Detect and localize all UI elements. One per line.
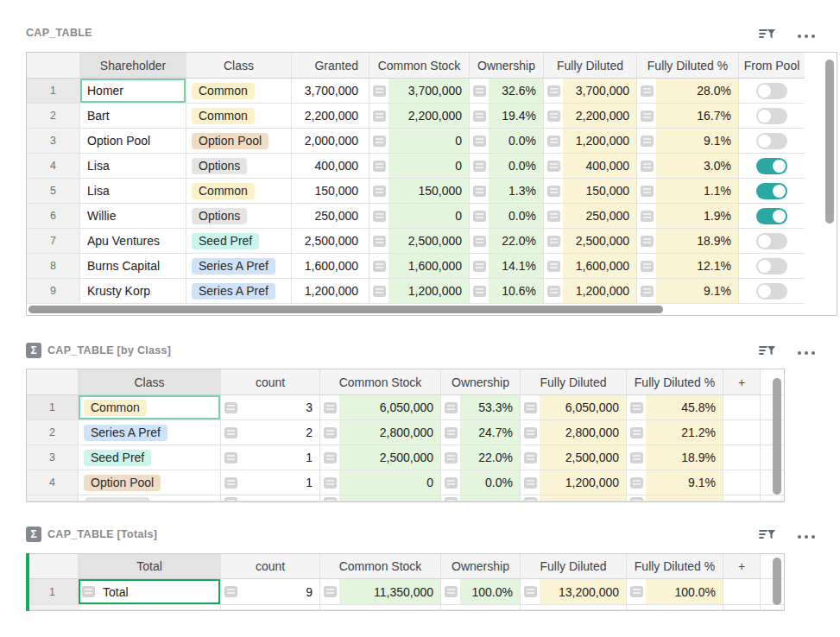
cell-fully-diluted-pct[interactable]: 18.9% — [637, 229, 739, 254]
cell-fully-diluted[interactable]: 2,500,000 — [521, 445, 627, 470]
cell-fully-diluted-pct[interactable]: 28.0% — [637, 79, 739, 104]
cell-common-stock[interactable]: 2,200,000 — [369, 104, 470, 129]
empty-cell[interactable] — [723, 420, 761, 445]
cell-fully-diluted[interactable]: 2,800,000 — [521, 420, 627, 445]
cell-class[interactable]: Option Pool — [186, 129, 292, 154]
cell-class[interactable]: Options — [186, 204, 292, 229]
row-number[interactable]: 2 — [27, 104, 80, 129]
col-header-ownership[interactable]: Ownership — [441, 554, 521, 579]
cell-class[interactable]: Options — [186, 154, 292, 179]
col-header-class[interactable]: Class — [79, 369, 221, 395]
cell-shareholder-selected[interactable]: Homer — [80, 79, 186, 104]
cell-fully-diluted-pct[interactable]: 21.2% — [627, 420, 723, 445]
cell-common-stock[interactable]: 0 — [369, 129, 470, 154]
cell-class[interactable]: Seed Pref — [186, 229, 292, 254]
cell-fully-diluted[interactable]: 1,200,000 — [544, 279, 637, 304]
cell-fully-diluted[interactable]: 2,500,000 — [544, 229, 637, 254]
cell-class[interactable]: Series A Pref — [186, 254, 292, 279]
table1-title[interactable]: CAP_TABLE — [26, 27, 92, 39]
cell-fully-diluted-pct[interactable]: 12.1% — [637, 254, 739, 279]
cell-ownership[interactable]: 22.0% — [441, 445, 521, 470]
col-header-fully-diluted[interactable]: Fully Diluted — [521, 554, 627, 579]
from-pool-toggle-off[interactable] — [756, 283, 787, 300]
col-header-count[interactable]: count — [221, 554, 320, 579]
cell-shareholder[interactable]: Burns Capital — [80, 254, 186, 279]
col-header-ownership[interactable]: Ownership — [470, 53, 544, 79]
row-number[interactable]: 3 — [27, 445, 79, 470]
sort-filter-icon[interactable] — [758, 27, 776, 42]
cell-fully-diluted[interactable]: 250,000 — [544, 204, 637, 229]
col-header-common-stock[interactable]: Common Stock — [320, 369, 441, 395]
col-header-fully-diluted-pct[interactable]: Fully Diluted % — [627, 554, 723, 579]
cell-fully-diluted[interactable]: 2,200,000 — [544, 104, 637, 129]
cell-granted[interactable]: 1,600,000 — [292, 254, 369, 279]
row-number[interactable]: 6 — [27, 204, 80, 229]
cell-common-stock[interactable]: 0 — [320, 470, 441, 495]
from-pool-toggle-off[interactable] — [756, 83, 787, 99]
cell-ownership[interactable]: 1.3% — [470, 179, 544, 204]
cell-class[interactable]: Option Pool — [79, 470, 221, 495]
corner-header[interactable] — [27, 53, 80, 79]
col-header-granted[interactable]: Granted — [292, 53, 369, 79]
cell-fully-diluted[interactable]: 3,700,000 — [544, 79, 637, 104]
cell-common-stock[interactable]: 0 — [369, 154, 470, 179]
cell-ownership[interactable]: 0.0% — [470, 204, 544, 229]
col-header-common-stock[interactable]: Common Stock — [320, 554, 441, 579]
table3-title[interactable]: CAP_TABLE [Totals] — [47, 528, 157, 540]
cell-granted[interactable]: 2,200,000 — [292, 104, 369, 129]
from-pool-toggle-on[interactable] — [756, 183, 787, 199]
row-number[interactable]: 4 — [27, 154, 80, 179]
cell-count[interactable]: 2 — [221, 420, 320, 445]
cell-ownership[interactable]: 19.4% — [470, 104, 544, 129]
table3-menu-ellipsis-icon[interactable] — [798, 535, 815, 539]
cell-shareholder[interactable]: Willie — [80, 204, 186, 229]
vertical-scrollbar-thumb[interactable] — [773, 378, 781, 495]
row-number[interactable]: 7 — [27, 229, 80, 254]
table2-title[interactable]: CAP_TABLE [by Class] — [47, 344, 171, 356]
cell-ownership[interactable]: 14.1% — [470, 254, 544, 279]
cell-count[interactable]: 1 — [221, 470, 320, 495]
corner-header[interactable] — [27, 369, 79, 395]
col-header-shareholder[interactable]: Shareholder — [80, 53, 186, 79]
cell-class-selected[interactable]: Common — [79, 395, 221, 420]
from-pool-toggle-off[interactable] — [756, 233, 787, 249]
cell-shareholder[interactable]: Krusty Korp — [80, 279, 186, 304]
sort-filter-icon[interactable] — [758, 344, 776, 359]
add-column-button[interactable]: + — [723, 554, 761, 579]
cell-fully-diluted[interactable]: 13,200,000 — [521, 579, 627, 605]
row-number[interactable]: 2 — [27, 420, 79, 445]
cell-granted[interactable]: 400,000 — [292, 154, 369, 179]
cell-granted[interactable]: 3,700,000 — [292, 79, 369, 104]
cell-common-stock[interactable]: 1,200,000 — [369, 279, 470, 304]
cell-granted[interactable]: 2,000,000 — [292, 129, 369, 154]
cell-common-stock[interactable]: 2,800,000 — [320, 420, 441, 445]
from-pool-toggle-off[interactable] — [756, 258, 787, 274]
row-number[interactable]: 1 — [27, 579, 79, 605]
empty-cell[interactable] — [723, 579, 761, 605]
col-header-from-pool[interactable]: From Pool — [739, 53, 805, 79]
cell-granted[interactable]: 150,000 — [292, 179, 369, 204]
cell-common-stock[interactable]: 1,600,000 — [369, 254, 470, 279]
cell-total-selected[interactable]: Total — [79, 579, 221, 605]
cell-count[interactable]: 3 — [221, 395, 320, 420]
row-number[interactable]: 8 — [27, 254, 80, 279]
cell-ownership[interactable]: 22.0% — [470, 229, 544, 254]
cell-class[interactable]: Series A Pref — [79, 420, 221, 445]
row-number[interactable]: 3 — [27, 129, 80, 154]
row-number[interactable]: 1 — [27, 79, 80, 104]
cell-ownership[interactable]: 0.0% — [470, 154, 544, 179]
row-number[interactable]: 4 — [27, 470, 79, 495]
cell-common-stock[interactable]: 11,350,000 — [320, 579, 441, 605]
cell-granted[interactable]: 1,200,000 — [292, 279, 369, 304]
col-header-fully-diluted[interactable]: Fully Diluted — [544, 53, 637, 79]
col-header-fully-diluted-pct[interactable]: Fully Diluted % — [627, 369, 723, 395]
cell-common-stock[interactable]: 2,500,000 — [320, 445, 441, 470]
horizontal-scrollbar-thumb[interactable] — [28, 306, 663, 313]
cell-fully-diluted-pct[interactable]: 9.1% — [637, 129, 739, 154]
cell-fully-diluted[interactable]: 6,050,000 — [521, 395, 627, 420]
col-header-count[interactable]: count — [221, 369, 320, 395]
cell-shareholder[interactable]: Lisa — [80, 179, 186, 204]
table2-menu-ellipsis-icon[interactable] — [798, 351, 815, 355]
cell-common-stock[interactable]: 150,000 — [369, 179, 470, 204]
col-header-class[interactable]: Class — [186, 53, 292, 79]
